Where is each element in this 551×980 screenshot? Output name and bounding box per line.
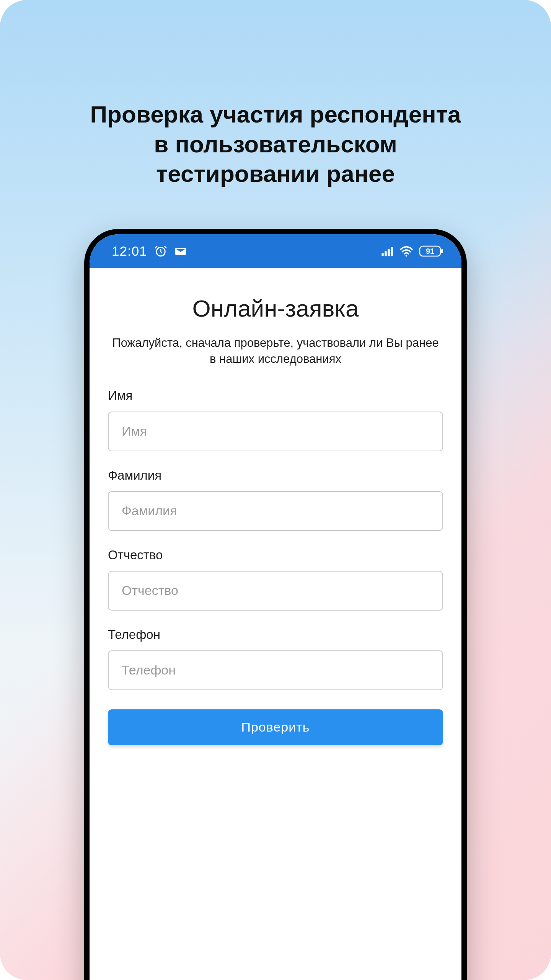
svg-rect-7 (441, 249, 443, 253)
phone-mockup: 12:01 (84, 229, 467, 980)
form-group-patronymic: Отчество (108, 548, 443, 611)
promo-headline: Проверка участия респондента в пользоват… (0, 100, 551, 189)
promo-headline-line: Проверка участия респондента (90, 101, 461, 127)
battery-level: 91 (419, 245, 441, 257)
first-name-label: Имя (108, 389, 443, 403)
page-title: Онлайн-заявка (108, 295, 443, 322)
phone-screen: 12:01 (90, 234, 461, 980)
svg-point-5 (406, 255, 408, 257)
status-bar: 12:01 (90, 234, 461, 268)
phone-field[interactable] (108, 650, 443, 690)
mail-icon (174, 245, 187, 258)
promo-headline-line: тестировании ранее (156, 160, 395, 187)
last-name-field[interactable] (108, 491, 443, 531)
first-name-field[interactable] (108, 412, 443, 451)
form-group-first-name: Имя (108, 389, 443, 451)
alarm-icon (154, 245, 167, 258)
signal-icon (381, 246, 393, 256)
patronymic-label: Отчество (108, 548, 443, 562)
app-content: Онлайн-заявка Пожалуйста, сначала провер… (90, 268, 461, 980)
form-group-phone: Телефон (108, 627, 443, 690)
status-time: 12:01 (112, 243, 147, 259)
promo-headline-line: в пользовательском (154, 131, 397, 157)
svg-rect-4 (391, 247, 393, 256)
wifi-icon (399, 245, 413, 257)
form-group-last-name: Фамилия (108, 468, 443, 531)
status-bar-left: 12:01 (112, 243, 187, 259)
svg-rect-3 (388, 249, 390, 256)
svg-rect-1 (381, 253, 383, 256)
submit-button[interactable]: Проверить (108, 709, 443, 745)
svg-rect-2 (385, 251, 386, 256)
promo-page: Проверка участия респондента в пользоват… (0, 0, 551, 980)
phone-label: Телефон (108, 627, 443, 642)
page-subtitle: Пожалуйста, сначала проверьте, участвова… (108, 335, 443, 367)
last-name-label: Фамилия (108, 468, 443, 483)
battery-icon: 91 (419, 245, 444, 257)
patronymic-field[interactable] (108, 571, 443, 611)
status-bar-right: 91 (381, 245, 444, 257)
